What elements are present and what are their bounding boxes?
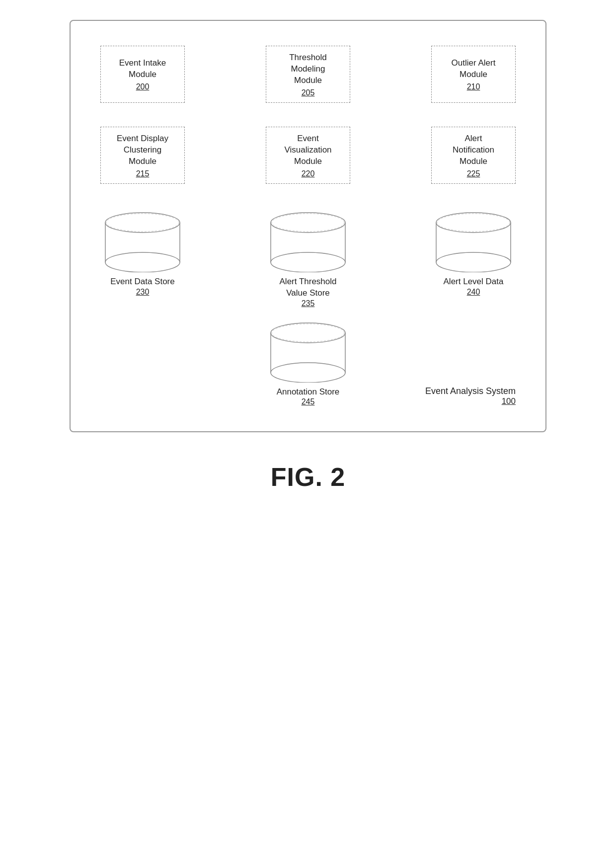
store-event-data-name: Event Data Store [110, 276, 174, 288]
module-alert-notification: AlertNotificationModule 225 [431, 127, 516, 184]
module-event-display-clustering-name: Event DisplayClusteringModule [117, 133, 168, 167]
store-event-data: Event Data Store 230 [100, 208, 185, 308]
system-label: Event Analysis System 100 [425, 386, 516, 406]
store-alert-level-data-label: Alert Level Data 240 [444, 276, 504, 297]
svg-point-4 [105, 213, 180, 233]
store-alert-level-data-name: Alert Level Data [444, 276, 504, 288]
store-alert-threshold-label: Alert ThresholdValue Store 235 [280, 276, 337, 308]
svg-point-16 [436, 213, 511, 233]
rows-area: Event IntakeModule 200 ThresholdModeling… [100, 46, 516, 411]
module-threshold-modeling: ThresholdModelingModule 205 [266, 46, 350, 103]
store-annotation-cylinder [266, 318, 350, 383]
svg-point-10 [271, 213, 345, 233]
module-event-intake-id: 200 [136, 82, 150, 91]
svg-point-22 [271, 323, 345, 343]
svg-point-9 [271, 252, 345, 272]
store-annotation-name: Annotation Store [277, 387, 340, 398]
module-event-visualization: EventVisualizationModule 220 [266, 127, 350, 184]
modules-row-2: Event DisplayClusteringModule 215 EventV… [100, 127, 516, 184]
system-name: Event Analysis System [425, 386, 516, 396]
store-event-data-cylinder [100, 208, 185, 272]
module-threshold-modeling-name: ThresholdModelingModule [289, 52, 327, 86]
store-alert-threshold-cylinder [266, 208, 350, 272]
svg-point-3 [105, 252, 180, 272]
store-event-data-label: Event Data Store 230 [110, 276, 174, 297]
module-alert-notification-name: AlertNotificationModule [453, 133, 494, 167]
store-annotation-id: 245 [277, 397, 340, 406]
page-container: Event IntakeModule 200 ThresholdModeling… [0, 0, 616, 864]
module-event-display-clustering-id: 215 [136, 169, 150, 178]
store-alert-threshold: Alert ThresholdValue Store 235 [266, 208, 350, 308]
module-outlier-alert-name: Outlier AlertModule [452, 58, 496, 80]
module-event-visualization-id: 220 [302, 169, 315, 178]
system-id: 100 [425, 396, 516, 406]
module-alert-notification-id: 225 [467, 169, 480, 178]
module-threshold-modeling-id: 205 [302, 88, 315, 97]
svg-point-21 [271, 363, 345, 383]
modules-row-1: Event IntakeModule 200 ThresholdModeling… [100, 46, 516, 103]
module-event-intake-name: Event IntakeModule [119, 58, 166, 80]
module-outlier-alert-id: 210 [467, 82, 480, 91]
store-alert-level-data-id: 240 [444, 288, 504, 297]
module-event-visualization-name: EventVisualizationModule [284, 133, 331, 167]
store-alert-level-data-cylinder [431, 208, 516, 272]
fig-label: FIG. 2 [271, 462, 345, 492]
module-event-intake: Event IntakeModule 200 [100, 46, 185, 103]
stores-row-1: Event Data Store 230 Alert [100, 208, 516, 308]
store-event-data-id: 230 [110, 288, 174, 297]
store-annotation-label: Annotation Store 245 [277, 387, 340, 407]
store-alert-threshold-id: 235 [280, 299, 337, 308]
svg-point-15 [436, 252, 511, 272]
store-alert-level-data: Alert Level Data 240 [431, 208, 516, 308]
module-outlier-alert: Outlier AlertModule 210 [431, 46, 516, 103]
store-annotation: Annotation Store 245 [266, 318, 350, 407]
module-event-display-clustering: Event DisplayClusteringModule 215 [100, 127, 185, 184]
stores-row-bottom: Annotation Store 245 Event Analysis Syst… [100, 318, 516, 407]
store-alert-threshold-name: Alert ThresholdValue Store [280, 276, 337, 299]
diagram-border: Event IntakeModule 200 ThresholdModeling… [70, 20, 546, 432]
